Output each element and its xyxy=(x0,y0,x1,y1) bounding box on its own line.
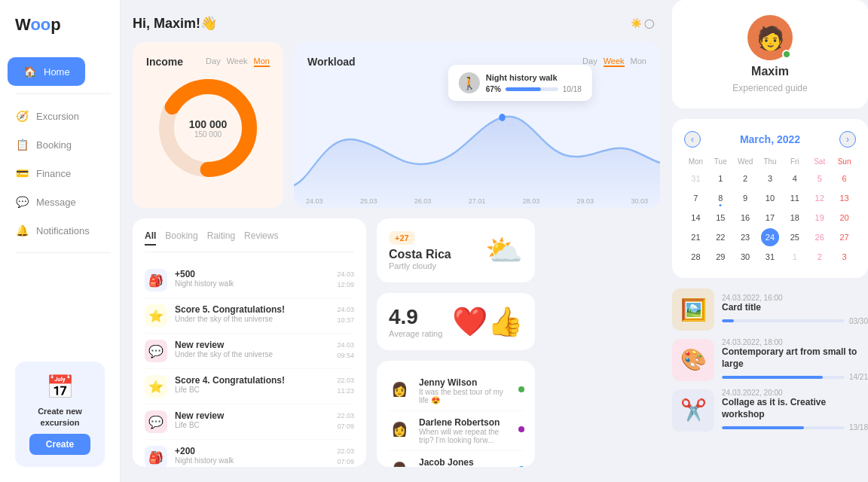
cal-day[interactable]: 4 xyxy=(786,169,804,188)
activity-tab-raiting[interactable]: Raiting xyxy=(207,230,235,246)
activity-item: ⭐ Score 4. Congratulations! Life BC 22.0… xyxy=(145,369,354,404)
event-progress: 03/30 xyxy=(722,317,868,325)
cal-day[interactable]: 10 xyxy=(761,189,779,207)
review-name: Jenny Wilson xyxy=(419,377,511,388)
cal-day[interactable]: 31 xyxy=(686,169,704,188)
cal-day[interactable]: 13 xyxy=(836,189,854,207)
activity-sub: Life BC xyxy=(175,386,329,394)
weather-card: +27 Costa Rica Partly cloudy ⛅ xyxy=(377,218,535,282)
cal-day[interactable]: 25 xyxy=(786,228,804,246)
sidebar-item-message[interactable]: 💬Message xyxy=(0,188,105,216)
cal-day[interactable]: 30 xyxy=(736,248,754,266)
cal-day[interactable]: 15 xyxy=(711,209,729,227)
activity-icon: 💬 xyxy=(145,340,167,362)
nav-label-message: Message xyxy=(36,197,76,208)
calendar-grid: MonTueWedThuFriSatSun3112345678910111213… xyxy=(684,155,856,266)
cal-day[interactable]: 3 xyxy=(836,248,854,266)
cal-day[interactable]: 21 xyxy=(686,228,704,246)
activity-info: +200 Night history walk xyxy=(175,446,329,465)
weather-desc: Partly cloudy xyxy=(389,261,451,270)
activity-title: +500 xyxy=(175,269,329,279)
cal-day[interactable]: 11 xyxy=(786,189,804,207)
tooltip-info: Night history walk 67% 10/18 xyxy=(486,73,582,93)
x-label: 30.03 xyxy=(631,197,648,205)
event-count: 03/30 xyxy=(849,317,868,325)
svg-point-2 xyxy=(499,114,505,121)
cal-prev-button[interactable]: ‹ xyxy=(684,131,701,148)
cal-day[interactable]: 8 xyxy=(711,189,729,207)
activity-title: Score 5. Congratulations! xyxy=(175,304,329,315)
logo-accent: oo xyxy=(30,15,50,34)
workload-tab-week[interactable]: Week xyxy=(604,56,625,67)
cal-day[interactable]: 23 xyxy=(736,228,754,246)
event-info: 24.03.2022, 16:00 Card title 03/30 xyxy=(722,294,868,325)
income-tab-mon[interactable]: Mon xyxy=(254,56,270,67)
cal-day[interactable]: 9 xyxy=(736,189,754,207)
review-avatar: 👩 xyxy=(387,377,411,401)
cal-day[interactable]: 17 xyxy=(761,209,779,227)
activity-time: 24.0310:37 xyxy=(337,304,354,326)
cal-day[interactable]: 24 xyxy=(761,228,779,246)
theme-toggle[interactable]: ☀️ ◯ xyxy=(625,15,660,32)
cal-day[interactable]: 31 xyxy=(761,248,779,266)
dashboard-row-1: Income Day Week Mon 100 000 150 000 xyxy=(133,42,660,208)
activity-tab-booking[interactable]: Booking xyxy=(165,230,197,246)
cal-day[interactable]: 16 xyxy=(736,209,754,227)
sidebar-item-notifications[interactable]: 🔔Notifications xyxy=(0,216,105,245)
workload-tab-mon[interactable]: Mon xyxy=(631,56,646,67)
cal-header-sun: Sun xyxy=(833,155,856,168)
cal-day[interactable]: 12 xyxy=(811,189,829,207)
nav-label-home: Home xyxy=(44,66,70,78)
sidebar-item-home[interactable]: 🏠Home xyxy=(8,57,85,86)
event-progress-bar xyxy=(722,426,845,429)
cal-day[interactable]: 2 xyxy=(811,248,829,266)
status-dot xyxy=(518,466,524,467)
review-text: It was the best tour of my life 😍 xyxy=(419,388,511,404)
create-button[interactable]: Create xyxy=(29,434,90,455)
cal-day[interactable]: 20 xyxy=(836,209,854,227)
income-tab-day[interactable]: Day xyxy=(206,56,221,67)
cal-day[interactable]: 14 xyxy=(686,209,704,227)
cal-day[interactable]: 2 xyxy=(736,169,754,188)
review-avatar: 👩 xyxy=(387,417,411,441)
nav-divider xyxy=(15,93,111,94)
tooltip-progress-bar xyxy=(506,87,558,91)
cal-day[interactable]: 7 xyxy=(686,189,704,207)
weather-city: Costa Rica xyxy=(389,248,451,261)
activity-info: Score 4. Congratulations! Life BC xyxy=(175,375,329,394)
cal-day[interactable]: 1 xyxy=(786,248,804,266)
cal-day[interactable]: 22 xyxy=(711,228,729,246)
greeting-text: Hi, Maxim!👋 xyxy=(133,15,217,32)
cal-day[interactable]: 6 xyxy=(836,169,854,188)
cal-day[interactable]: 29 xyxy=(711,248,729,266)
event-info: 24.03.2022, 18:00 Contemporary art from … xyxy=(722,338,868,381)
review-item: 👨 Jacob Jones Is it possible to book a t… xyxy=(387,451,524,467)
x-label: 24.03 xyxy=(306,197,323,205)
cal-day[interactable]: 18 xyxy=(786,209,804,227)
cal-day[interactable]: 3 xyxy=(761,169,779,188)
cal-day[interactable]: 28 xyxy=(686,248,704,266)
activity-tab-reviews[interactable]: Reviews xyxy=(244,230,278,246)
activity-title: New review xyxy=(175,340,329,350)
donut-main-value: 100 000 xyxy=(189,118,228,130)
activity-tab-all[interactable]: All xyxy=(145,230,156,246)
income-tab-week[interactable]: Week xyxy=(227,56,248,67)
event-info: 24.03.2022, 20:00 Collage as it is. Crea… xyxy=(722,389,868,432)
rating-card: 4.9 Average rating ❤️👍 xyxy=(377,293,535,350)
cal-day[interactable]: 19 xyxy=(811,209,829,227)
cal-day[interactable]: 26 xyxy=(811,228,829,246)
sidebar: Woop 🏠Home 🧭Excursion📋Booking💳Finance💬Me… xyxy=(0,0,121,482)
activity-info: New review Under the sky of the universe xyxy=(175,340,329,358)
sidebar-item-finance[interactable]: 💳Finance xyxy=(0,159,105,188)
sidebar-item-booking[interactable]: 📋Booking xyxy=(0,130,105,159)
review-name: Darlene Robertson xyxy=(419,417,511,428)
cal-day[interactable]: 27 xyxy=(836,228,854,246)
sidebar-item-excursion[interactable]: 🧭Excursion xyxy=(0,102,105,130)
profile-avatar: 🧑 xyxy=(747,15,793,60)
dashboard-row-2: AllBookingRaitingReviews 🎒 +500 Night hi… xyxy=(133,218,660,467)
cal-next-button[interactable]: › xyxy=(839,131,856,148)
event-progress-bar xyxy=(722,376,845,379)
event-item: 🖼️ 24.03.2022, 16:00 Card title 03/30 xyxy=(672,288,868,331)
cal-day[interactable]: 5 xyxy=(811,169,829,188)
cal-day[interactable]: 1 xyxy=(711,169,729,188)
